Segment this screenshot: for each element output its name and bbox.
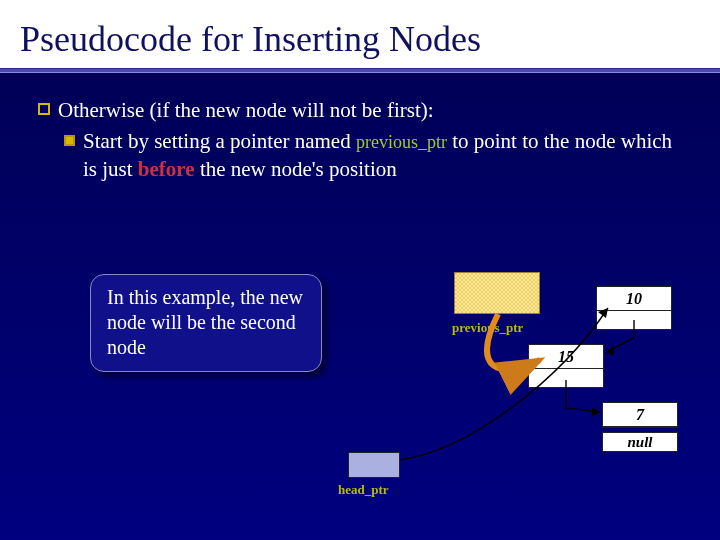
body-text: Otherwise (if the new node will not be f… bbox=[0, 73, 720, 183]
node-7: 7 bbox=[602, 402, 678, 428]
callout-box: In this example, the new node will be th… bbox=[90, 274, 322, 372]
new-node-box bbox=[454, 272, 540, 314]
slide-title: Pseudocode for Inserting Nodes bbox=[20, 18, 700, 60]
head-ptr-label: head_ptr bbox=[338, 482, 389, 498]
node-15: 15 bbox=[528, 344, 604, 388]
previous-ptr-label: previous_ptr bbox=[452, 320, 523, 336]
emph-before: before bbox=[138, 157, 195, 181]
diagram: In this example, the new node will be th… bbox=[0, 260, 720, 540]
head-ptr-box bbox=[348, 452, 400, 478]
bullet-main: Otherwise (if the new node will not be f… bbox=[58, 97, 434, 124]
svg-marker-1 bbox=[592, 407, 600, 417]
svg-marker-0 bbox=[606, 346, 614, 356]
bullet-icon bbox=[38, 103, 50, 115]
node-10: 10 bbox=[596, 286, 672, 330]
subbullet-icon bbox=[64, 135, 75, 146]
code-previous-ptr: previous_ptr bbox=[356, 132, 447, 152]
bullet-sub: Start by setting a pointer named previou… bbox=[83, 128, 682, 183]
node-null: null bbox=[602, 432, 678, 452]
